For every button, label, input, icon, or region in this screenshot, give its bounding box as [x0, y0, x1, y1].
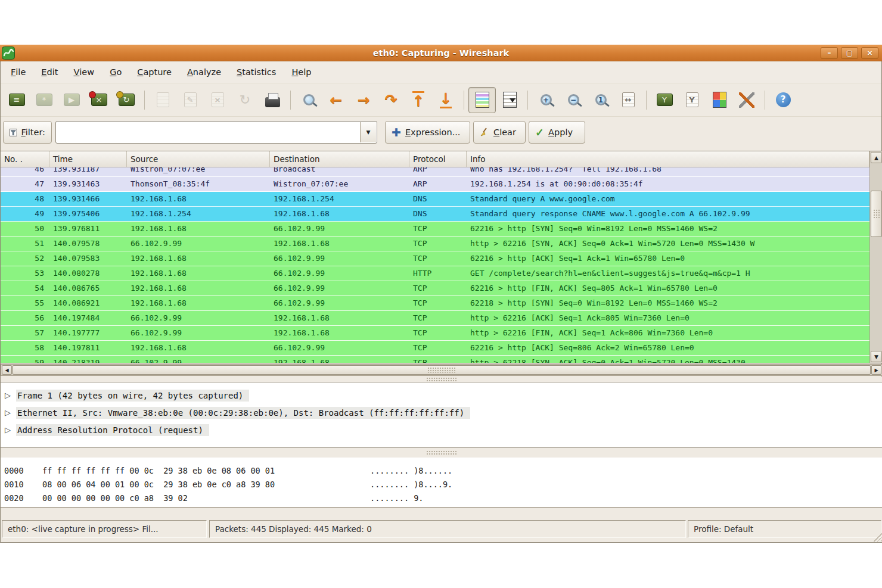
column-header-destination[interactable]: Destination — [270, 151, 409, 167]
packet-row-48[interactable]: 48139.931466192.168.1.68192.168.1.254DNS… — [1, 192, 869, 207]
menu-view[interactable]: View — [66, 61, 102, 83]
expression-button[interactable]: ✚ Expression... — [385, 121, 470, 144]
close-capture-icon: × — [212, 92, 224, 107]
zoom-in-button[interactable]: + — [532, 87, 560, 113]
scroll-up-button[interactable]: ▲ — [871, 152, 882, 163]
packet-row-52[interactable]: 52140.079583192.168.1.6866.102.9.99TCP62… — [1, 251, 869, 266]
pane-splitter-list-details[interactable] — [1, 377, 882, 382]
go-last-packet-icon: ↓ — [440, 91, 452, 108]
close-button[interactable]: × — [861, 47, 878, 59]
expander-icon[interactable]: ▷ — [5, 391, 16, 400]
title-bar[interactable]: eth0: Capturing - Wireshark –▢× — [0, 45, 882, 61]
packet-detail-row-2[interactable]: ▷Ethernet II, Src: Vmware_38:eb:0e (00:0… — [1, 404, 882, 421]
coloring-rules-button[interactable] — [706, 87, 733, 113]
menu-help[interactable]: Help — [284, 61, 319, 83]
colorize-packet-list-button[interactable] — [468, 87, 496, 113]
go-first-packet-button[interactable]: ↑ — [405, 87, 432, 113]
resize-grip[interactable] — [874, 533, 882, 542]
expander-icon[interactable]: ▷ — [5, 408, 16, 417]
scroll-right-icon: ▶ — [874, 368, 878, 373]
packet-row-53[interactable]: 53140.080278192.168.1.6866.102.9.99HTTPG… — [1, 266, 869, 281]
go-to-packet-button[interactable]: ↷ — [377, 87, 405, 113]
pane-splitter-details-bytes[interactable] — [1, 448, 882, 458]
menu-edit[interactable]: Edit — [33, 61, 66, 83]
column-header-source[interactable]: Source — [127, 151, 270, 167]
hex-bytes: 00 00 00 00 00 00 c0 a8 39 02 — [42, 491, 370, 505]
filter-dropdown-button[interactable]: ▼ — [360, 122, 376, 142]
packet-protocol: HTTP — [409, 266, 467, 281]
packet-row-56[interactable]: 56140.19748466.102.9.99192.168.1.68TCPht… — [1, 311, 869, 326]
packet-list-hscrollbar[interactable]: ◀ ▶ — [1, 364, 882, 376]
stop-capture-button[interactable]: × — [85, 87, 113, 113]
go-last-packet-button[interactable]: ↓ — [432, 87, 459, 113]
packet-info: 192.168.1.254 is at 00:90:d0:08:35:4f — [467, 177, 869, 191]
filter-button[interactable]: Filter: — [3, 121, 52, 144]
packet-row-58[interactable]: 58140.197811192.168.1.6866.102.9.99TCP62… — [1, 341, 869, 356]
packet-detail-row-1[interactable]: ▷Frame 1 (42 bytes on wire, 42 bytes cap… — [1, 387, 882, 404]
menu-file[interactable]: File — [3, 61, 33, 83]
packet-row-51[interactable]: 51140.07957866.102.9.99192.168.1.68TCPht… — [1, 237, 869, 251]
packet-row-47[interactable]: 47139.931463ThomsonT_08:35:4fWistron_07:… — [1, 177, 869, 192]
go-forward-button[interactable]: → — [350, 87, 377, 113]
column-header-info[interactable]: Info — [467, 151, 869, 167]
packet-source: 192.168.1.68 — [127, 222, 270, 236]
packet-row-54[interactable]: 54140.086765192.168.1.6866.102.9.99TCP62… — [1, 281, 869, 296]
packet-row-59[interactable]: 59140.21831966.102.9.99192.168.1.68TCPht… — [1, 356, 869, 363]
resize-columns-button[interactable]: ↔ — [614, 87, 642, 113]
menu-capture[interactable]: Capture — [129, 61, 179, 83]
scroll-left-button[interactable]: ◀ — [2, 365, 12, 375]
hscrollbar-thumb[interactable] — [13, 365, 871, 375]
capture-filters-button[interactable]: Y — [651, 87, 678, 113]
find-packet-button[interactable] — [295, 87, 322, 113]
packet-destination: 192.168.1.68 — [270, 237, 409, 251]
menu-analyze[interactable]: Analyze — [179, 61, 229, 83]
menu-go[interactable]: Go — [102, 61, 129, 83]
packet-detail-row-3[interactable]: ▷Address Resolution Protocol (request) — [1, 421, 882, 438]
packet-row-46[interactable]: 46139.931187Wistron_07:07:eeBroadcastARP… — [1, 167, 869, 177]
menu-statistics[interactable]: Statistics — [229, 61, 284, 83]
hex-row-0010[interactable]: 001008 00 06 04 00 01 00 0c 29 38 eb 0e … — [4, 478, 882, 491]
list-interfaces-button[interactable]: ≡ — [3, 87, 30, 113]
column-header-protocol[interactable]: Protocol — [409, 151, 467, 167]
maximize-button[interactable]: ▢ — [841, 47, 858, 59]
zoom-100-icon: 1 — [595, 94, 607, 105]
restart-capture-button[interactable]: ↻ — [113, 87, 140, 113]
packet-source: ThomsonT_08:35:4f — [127, 177, 270, 191]
auto-scroll-in-live-capture-button[interactable] — [496, 87, 523, 113]
hex-bytes: 08 00 06 04 00 01 00 0c 29 38 eb 0e c0 a… — [42, 478, 370, 491]
column-header-no[interactable]: No. . — [1, 151, 49, 167]
filter-combobox[interactable]: ▼ — [55, 121, 377, 144]
find-packet-icon — [303, 94, 315, 105]
vscrollbar-thumb[interactable] — [871, 191, 882, 237]
preferences-button[interactable] — [733, 87, 760, 113]
packet-list-vscrollbar[interactable]: ▲ ▼ — [869, 151, 882, 363]
print-button[interactable] — [259, 87, 286, 113]
expander-icon[interactable]: ▷ — [5, 425, 16, 434]
packet-destination: 66.102.9.99 — [270, 266, 409, 281]
hex-row-0000[interactable]: 0000ff ff ff ff ff ff 00 0c 29 38 eb 0e … — [4, 464, 882, 478]
zoom-100-button[interactable]: 1 — [587, 87, 614, 113]
go-back-button[interactable]: ← — [322, 87, 350, 113]
minimize-button[interactable]: – — [821, 47, 838, 59]
packet-time: 140.086921 — [49, 296, 127, 310]
packet-row-49[interactable]: 49139.975406192.168.1.254192.168.1.68DNS… — [1, 207, 869, 222]
packet-row-50[interactable]: 50139.976811192.168.1.6866.102.9.99TCP62… — [1, 222, 869, 237]
scroll-right-button[interactable]: ▶ — [871, 365, 881, 375]
toolbar-separator — [464, 91, 464, 110]
reload-capture-button: ↻ — [231, 87, 259, 113]
apply-button[interactable]: ✓ Apply — [529, 121, 585, 144]
packet-time: 139.931466 — [49, 192, 127, 206]
help-button[interactable]: ? — [769, 87, 797, 113]
column-header-time[interactable]: Time — [49, 151, 127, 167]
zoom-out-icon: − — [568, 94, 579, 105]
scroll-down-button[interactable]: ▼ — [871, 351, 882, 362]
packet-row-55[interactable]: 55140.086921192.168.1.6866.102.9.99TCP62… — [1, 296, 869, 311]
display-filters-button[interactable]: Y — [678, 87, 706, 113]
zoom-out-button[interactable]: − — [560, 87, 587, 113]
packet-row-57[interactable]: 57140.19777766.102.9.99192.168.1.68TCPht… — [1, 326, 869, 341]
status-packet-counts: Packets: 445 Displayed: 445 Marked: 0 — [209, 520, 686, 538]
packet-no: 58 — [1, 341, 49, 355]
filter-entry[interactable] — [57, 123, 358, 142]
clear-button[interactable]: Clear — [473, 121, 526, 144]
hex-row-0020[interactable]: 002000 00 00 00 00 00 c0 a8 39 02.......… — [4, 491, 882, 505]
